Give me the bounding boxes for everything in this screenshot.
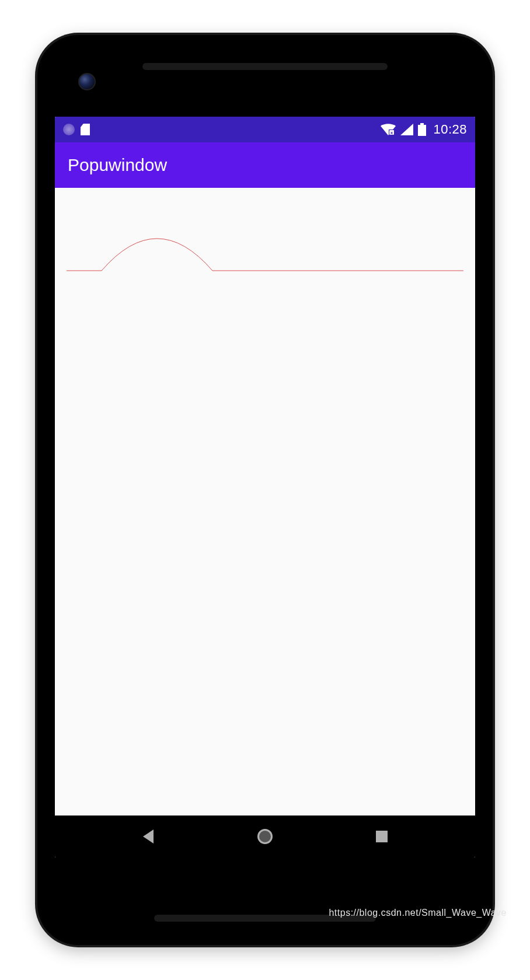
navigation-bar (55, 816, 475, 858)
app-title: Popuwindow (68, 155, 167, 175)
home-icon (257, 829, 273, 844)
front-camera (78, 73, 96, 90)
svg-rect-4 (418, 125, 426, 136)
phone-frame: x 10:28 Popuwindow (37, 35, 493, 945)
status-left (63, 124, 90, 135)
app-bar: Popuwindow (55, 142, 475, 188)
watermark-text: https://blog.csdn.net/Small_Wave_Wave (329, 908, 507, 918)
screen: x 10:28 Popuwindow (55, 117, 475, 858)
status-clock: 10:28 (433, 122, 467, 137)
status-bar: x 10:28 (55, 117, 475, 142)
curve-path (67, 224, 463, 276)
sd-card-icon (81, 124, 90, 135)
recents-button[interactable] (373, 828, 390, 845)
back-button[interactable] (140, 828, 157, 845)
back-icon (143, 830, 154, 844)
system-icon (63, 124, 75, 135)
wifi-icon: x (381, 124, 396, 135)
svg-text:x: x (390, 130, 393, 135)
home-button[interactable] (256, 828, 274, 845)
recents-icon (376, 831, 388, 842)
status-right: x 10:28 (381, 122, 467, 137)
signal-icon (400, 124, 413, 135)
svg-rect-3 (420, 123, 424, 125)
content-area[interactable] (55, 188, 475, 816)
battery-icon (418, 123, 426, 136)
